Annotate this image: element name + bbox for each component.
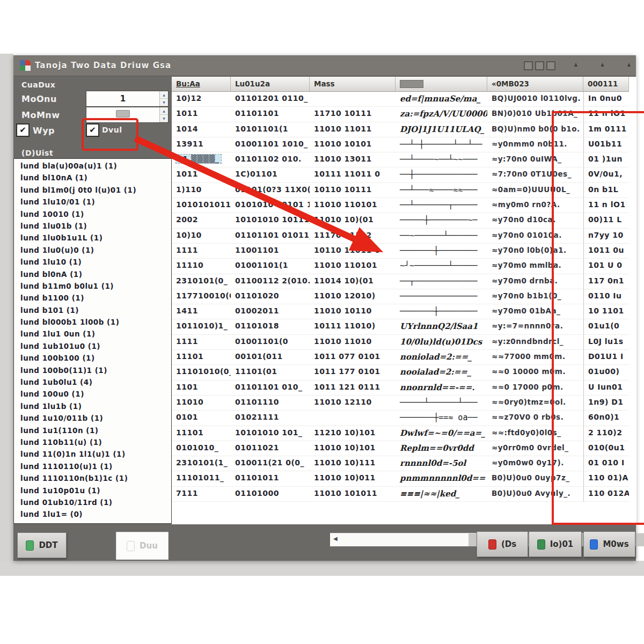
cell-col3: 11170 11122	[310, 229, 396, 244]
spinner-up-button[interactable]: ▲	[160, 107, 168, 115]
table-row[interactable]: 1)110 01101(0?3 11X0(0_ 10110 10111 ──┴─…	[172, 183, 629, 198]
run-button[interactable]: DDT	[17, 532, 67, 558]
list-item[interactable]: lund 1lu1b (1)	[20, 402, 171, 414]
list-item[interactable]: lund 1lu01b (1)	[20, 222, 171, 233]
table-row[interactable]: 1111 01001101(0 11010 11010 10/0lu)ld(u)…	[172, 335, 629, 350]
scroll-left-arrow-icon[interactable]: ◀	[333, 536, 338, 541]
table-row[interactable]: 11101 10101010 101_ 11210 10)101 Dwlwf=~…	[172, 426, 629, 441]
list-item[interactable]: lund bla(u)00a(u)1 (1)	[20, 162, 171, 173]
list-item[interactable]: lund 1u1(110n (1)	[20, 426, 171, 438]
minimize-button[interactable]	[524, 61, 533, 70]
column-header-4[interactable]	[396, 77, 487, 91]
field2-inline-icon	[116, 110, 130, 118]
cell-col2: 01002011	[231, 304, 310, 319]
field1-input[interactable]: 1 ▲ ▼	[86, 91, 169, 107]
list-item[interactable]: lund 110b11(u) (1)	[20, 438, 171, 450]
list-item[interactable]: lund bl10nA (1)	[20, 173, 171, 185]
list-item[interactable]: lund 1lu1= (0)	[20, 510, 171, 522]
column-header-1[interactable]: Bu:Aa	[172, 77, 231, 91]
close-button[interactable]: (Ds	[477, 531, 528, 557]
table-row[interactable]: 1011 1C)01101 10111 11011 0 ──┼─────────…	[172, 167, 629, 182]
list-item[interactable]: lund 1lu0b1u1L (1)	[20, 233, 171, 245]
spinner-up-button[interactable]: ▲	[160, 91, 168, 99]
column-header-5[interactable]: «0MB023	[487, 77, 583, 91]
list-item[interactable]: lund 100b100 (1)	[20, 354, 171, 365]
list-item[interactable]: lund 1lu0(u)0 (1)	[20, 246, 171, 258]
table-row[interactable]: 2310101(1_ 010011(21 0(0_ 11010 10)111 r…	[172, 456, 629, 471]
cell-col6: 00)11 L	[583, 213, 629, 228]
list-item[interactable]: lund 1lu1 0un (1)	[20, 330, 171, 341]
close-window-button[interactable]	[546, 61, 555, 70]
list-item[interactable]: lund 1lu10 (1)	[20, 258, 171, 269]
table-row[interactable]: 0101010_ 01011021 11010 10)101 Replm==0v…	[172, 441, 629, 456]
table-row[interactable]: 2310101(0_ 01100112 2(010. 11014 10)(01 …	[172, 274, 629, 289]
list-item[interactable]: lund bl0nA (1)	[20, 270, 171, 282]
cell-col1: 1101	[172, 380, 231, 396]
list-item[interactable]: lund 1lu10/01 (1)	[20, 197, 171, 209]
list-item[interactable]: lund b101 (1)	[20, 306, 171, 318]
cell-col3: 11010 13011	[310, 152, 396, 167]
about-button[interactable]: M0ws	[583, 531, 635, 557]
list-item[interactable]: lund 100b0(11)1 (1)	[20, 366, 171, 378]
cell-waveform: nooialad=2:==_	[396, 365, 487, 380]
cell-col3: 10110 10111	[310, 183, 396, 198]
list-item[interactable]: lund 1ub0lu1 (4)	[20, 378, 171, 390]
table-row[interactable]: 1411 01002011 11010 10110 ───────┼──────…	[172, 304, 629, 319]
excel-checkbox[interactable]: ✔	[86, 123, 99, 137]
table-row[interactable]: 11010 01101110 11010 12110 ─────┴──────┴…	[172, 396, 629, 411]
cell-col5: ≈y:=7=nnnn0ra.	[487, 319, 583, 334]
cell-waveform: ──┼─────────────	[396, 167, 487, 182]
cell-col6: n7yy 10	[583, 229, 629, 244]
list-item[interactable]: lund 11(0)1n 1l1(u)1 (1)	[20, 450, 171, 462]
table-row[interactable]: L1 ▒▒▒▒_ 01101102 010. 11010 13011 ──┴──…	[172, 152, 629, 167]
table-row[interactable]: 11110 01001101(1 11010 110101 ~┘~───────…	[172, 259, 629, 274]
column-header-3[interactable]: Mass	[310, 77, 396, 91]
list-item[interactable]: lund bl1m0(j 0t0 l(u)01 (1)	[20, 186, 171, 197]
table-row[interactable]: 2002 10101010 10111_ 11010 10)(01 ─────┼…	[172, 213, 629, 228]
run-icon	[26, 540, 34, 551]
table-row[interactable]: 117710010(0_ 01101020 11010 12010) ─────…	[172, 289, 629, 304]
table-row[interactable]: 1111 11001101 10110 11011 0 ───────┼────…	[172, 244, 629, 259]
table-row[interactable]: 10)12 01101201 0110_ ed=f|mnuaSe/ma_ BQ)…	[172, 92, 629, 107]
print-button[interactable]: Duu	[116, 532, 169, 560]
spinner-down-button[interactable]: ▼	[160, 115, 168, 122]
column-header-2[interactable]: Lu01u2a	[231, 77, 310, 91]
list-item[interactable]: lund 100u0 (1)	[20, 390, 171, 401]
table-row[interactable]: 7111 01101000 11010 101011 ≡≡≡|≈≈|ked_ B…	[172, 487, 629, 502]
cell-col1: 1011	[172, 167, 231, 182]
cell-col5: ≈y70n0 b1b1(0_	[487, 289, 583, 304]
list-item[interactable]: lund 1110110n(b1)1c (1)	[20, 474, 171, 486]
export-button[interactable]: Io)01	[529, 531, 582, 557]
table-row[interactable]: 10)10 01101101 01011_ 11170 11122 ──~───…	[172, 229, 629, 244]
list-item[interactable]: lund 1110110(u)1 (1)	[20, 462, 171, 474]
cell-col6: 10 1101	[583, 304, 629, 319]
list-item[interactable]: lund 1u10p01u (1)	[20, 486, 171, 498]
table-row[interactable]: 11101010(0_ 11101(01 1011 177 0101 nooia…	[172, 365, 629, 380]
column-header-6[interactable]: 000111	[583, 77, 629, 91]
list-item[interactable]: lund b1100 (1)	[20, 294, 171, 305]
list-item[interactable]: lund 1ub101u0 (1)	[20, 342, 171, 354]
table-row[interactable]: 13911 01001101 1010_ 11010 10101 ──┴─┼──…	[172, 137, 629, 152]
table-row[interactable]: 1011010)1_ 01101018 10111 11010) UYrlnnn…	[172, 319, 629, 334]
list-item[interactable]: lund 10010 (1)	[20, 210, 171, 222]
maximize-button[interactable]	[535, 61, 544, 70]
table-row[interactable]: 1010101011_ 0101010 10101 1_ 11010 11010…	[172, 198, 629, 213]
desktop-strip-left	[0, 54, 13, 575]
cell-col5: ≈y70n0 01010a.	[487, 229, 583, 244]
list-item[interactable]: lund b11m0 b0lu1 (1)	[20, 282, 171, 294]
list-item[interactable]: lund 1u10/011b (1)	[20, 414, 171, 426]
copy-checkbox-label: Wyp	[33, 126, 55, 136]
table-row[interactable]: 0101 01021111 ───────┼==≈ oa── ≈≈z70V0 0…	[172, 411, 629, 426]
list-item[interactable]: lund 01ub10/11rd (1)	[20, 498, 171, 510]
cell-waveform: ──┴───────┬─────	[396, 198, 487, 213]
spinner-down-button[interactable]: ▼	[160, 99, 168, 106]
copy-checkbox[interactable]: ✔	[16, 123, 30, 137]
table-row[interactable]: 1011 01101101 11710 10111 za:=fpzA/V/UU0…	[172, 107, 629, 122]
table-row[interactable]: 1014 10101101(1 11010 11011 DJO]1J1U11UL…	[172, 122, 629, 137]
list-item[interactable]: lund bl000b1 1l00b (1)	[20, 318, 171, 330]
table-row[interactable]: 1101 01101101 010_ 1011 121 0111 nnonrnl…	[172, 380, 629, 396]
table-row[interactable]: 11101 00101(011 1011 077 0101 noniolad=2…	[172, 350, 629, 365]
table-row[interactable]: 11101011_ 01101011 11010 10)011 pnmmnnnn…	[172, 471, 629, 486]
cell-col3: 11010 10110	[310, 304, 396, 319]
cell-col3: 11014 10)(01	[310, 274, 396, 289]
